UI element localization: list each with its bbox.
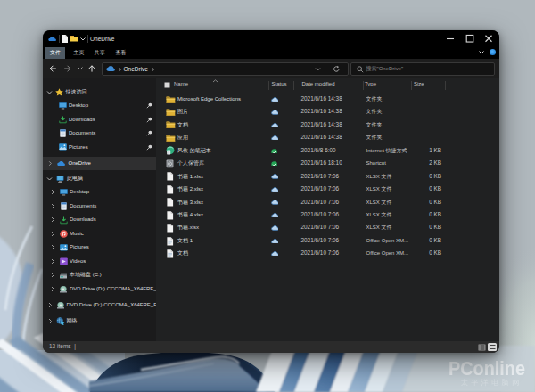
svg-text:太平洋电脑网: 太平洋电脑网 bbox=[461, 378, 522, 387]
svg-text:PConline: PConline bbox=[449, 358, 525, 380]
